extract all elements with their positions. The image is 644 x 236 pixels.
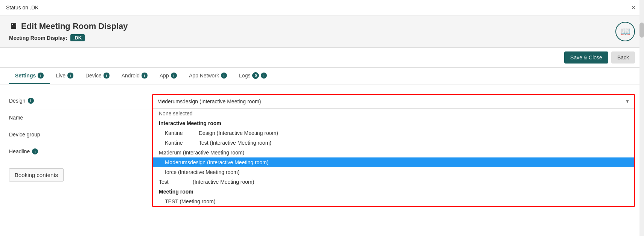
headline-info-icon[interactable]: i [32,148,38,154]
scrollbar-track [639,0,644,236]
save-close-button[interactable]: Save & Close [564,51,608,64]
dropdown-item-moderumsdesign[interactable]: Møderumsdesign (Interactive Meeting room… [153,157,634,167]
close-button[interactable]: × [629,3,638,12]
dropdown-item-none[interactable]: None selected [153,109,634,118]
tab-info-logs[interactable]: i [261,73,267,79]
dropdown-item-force[interactable]: force (Interactive Meeting room) [153,167,634,177]
tab-device[interactable]: Devicei [79,68,116,84]
top-bar-title: Status on .DK [6,5,38,11]
dropdown-item-test-meeting[interactable]: TEST (Meeting room) [153,197,634,206]
field-booking: Booking contents [9,160,152,187]
tab-label-logs: Logs [239,73,250,79]
main-content: Design i Name Device group Headline i Bo… [0,85,644,207]
dropdown-item-kantine-test[interactable]: KantineTest (Interactive Meeting room) [153,138,634,148]
tab-info-device[interactable]: i [104,73,110,79]
tab-app[interactable]: Appi [154,68,183,84]
tabs-bar: SettingsiLiveiDeviceiAndroidiAppiApp Net… [0,68,644,85]
tab-info-settings[interactable]: i [38,73,44,79]
tab-label-settings: Settings [15,73,36,79]
tab-live[interactable]: Livei [50,68,79,84]
field-name: Name [9,109,152,126]
tab-badge-logs: 0 [252,72,259,79]
field-design: Design i [9,94,152,109]
tab-label-live: Live [56,73,65,79]
chevron-down-icon: ▼ [625,99,630,104]
field-labels: Design i Name Device group Headline i Bo… [9,94,152,207]
dk-badge: .DK [70,34,85,41]
design-area: Møderumsdesign (Interactive Meeting room… [152,94,635,207]
tab-info-live[interactable]: i [67,73,73,79]
booking-contents-button[interactable]: Booking contents [9,168,64,182]
dropdown-item-moderum[interactable]: Møderum (Interactive Meeting room) [153,148,634,157]
field-headline: Headline i [9,143,152,160]
scrollbar-thumb[interactable] [639,23,644,38]
back-button[interactable]: Back [611,51,635,64]
tab-android[interactable]: Androidi [116,68,154,84]
dropdown-item-kantine-design[interactable]: KantineDesign (Interactive Meeting room) [153,128,634,138]
dropdown-item-test[interactable]: Test(Interactive Meeting room) [153,177,634,187]
design-dropdown-list: None selectedInteractive Meeting roomKan… [153,109,634,206]
tab-label-device: Device [85,73,102,79]
header-section: 🖥 Edit Meeting Room Display Meeting Room… [0,15,644,48]
tab-info-app[interactable]: i [171,73,177,79]
design-selected-value: Møderumsdesign (Interactive Meeting room… [157,98,261,104]
toolbar: Save & Close Back [0,48,644,68]
tab-appnetwork[interactable]: App Networki [183,68,233,84]
tab-info-appnetwork[interactable]: i [221,73,227,79]
tab-settings[interactable]: Settingsi [9,68,50,84]
top-bar: Status on .DK × [0,0,644,15]
dropdown-item-grp2[interactable]: Meeting room [153,187,634,197]
monitor-icon: 🖥 [9,21,17,31]
tab-label-app: App [160,73,169,79]
tab-logs[interactable]: Logs0i [233,68,273,85]
design-select-trigger[interactable]: Møderumsdesign (Interactive Meeting room… [153,95,634,109]
header-subtitle: Meeting Room Display: .DK [9,34,128,41]
header-right: 📖 [615,22,635,41]
design-info-icon[interactable]: i [28,98,34,104]
design-select-wrapper: Møderumsdesign (Interactive Meeting room… [152,94,635,207]
header-title: 🖥 Edit Meeting Room Display [9,21,128,31]
logo-icon: 📖 [615,22,635,41]
tab-label-appnetwork: App Network [189,73,219,79]
tab-label-android: Android [122,73,140,79]
header-left: 🖥 Edit Meeting Room Display Meeting Room… [9,21,128,41]
dropdown-item-grp1[interactable]: Interactive Meeting room [153,118,634,128]
field-device-group: Device group [9,126,152,143]
tab-info-android[interactable]: i [142,73,148,79]
